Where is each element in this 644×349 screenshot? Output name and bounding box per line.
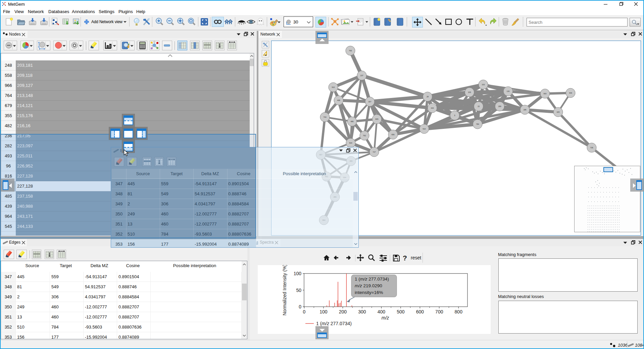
svg-text:805: 805 [375, 118, 378, 120]
svg-text:100: 100 [294, 271, 302, 276]
svg-text:?: ? [403, 254, 407, 262]
svg-text:15: 15 [478, 105, 480, 107]
svg-text:800: 800 [455, 309, 463, 314]
svg-text:m/z: m/z [382, 315, 389, 320]
svg-text:m/z 219.0290: m/z 219.0290 [355, 283, 382, 288]
svg-text:735: 735 [590, 147, 593, 149]
svg-text:333: 333 [431, 107, 434, 109]
svg-text:600: 600 [416, 309, 424, 314]
svg-text:0: 0 [299, 304, 301, 309]
svg-text:0: 0 [303, 309, 306, 314]
svg-text:50: 50 [296, 288, 301, 293]
svg-text:409: 409 [569, 92, 572, 94]
svg-text:700: 700 [435, 309, 443, 314]
svg-text:130: 130 [506, 90, 509, 92]
svg-text:185: 185 [523, 109, 526, 111]
svg-text:325: 325 [556, 111, 559, 113]
svg-text:743: 743 [323, 116, 326, 118]
svg-text:468: 468 [337, 99, 340, 101]
svg-text:400: 400 [378, 309, 386, 314]
svg-text:28: 28 [427, 96, 429, 98]
svg-text:910: 910 [332, 86, 335, 88]
svg-text:163: 163 [482, 84, 485, 86]
svg-text:Normalized Intensity (%): Normalized Intensity (%) [282, 265, 287, 315]
svg-text:510: 510 [423, 128, 426, 130]
svg-text:504: 504 [349, 142, 352, 144]
svg-text:289: 289 [498, 105, 501, 107]
svg-text:784: 784 [476, 123, 479, 125]
svg-text:1 (m/z 277.0734): 1 (m/z 277.0734) [355, 277, 389, 282]
svg-text:727: 727 [373, 151, 376, 153]
svg-text:656: 656 [391, 134, 394, 136]
svg-text:1 (m/z 277.0734): 1 (m/z 277.0734) [316, 321, 352, 326]
svg-text:486: 486 [350, 120, 353, 122]
svg-text:237: 237 [360, 74, 363, 77]
svg-text:5: 5 [454, 114, 455, 116]
svg-text:307: 307 [368, 101, 371, 103]
svg-text:500: 500 [397, 309, 405, 314]
svg-text:765: 765 [349, 50, 352, 52]
svg-text:100: 100 [319, 309, 328, 314]
svg-text:200: 200 [339, 309, 347, 314]
svg-text:900: 900 [543, 93, 546, 95]
svg-text:205: 205 [468, 91, 471, 93]
svg-text:intensity=16%: intensity=16% [355, 290, 383, 295]
svg-text:300: 300 [358, 309, 366, 314]
svg-text:762: 762 [363, 135, 366, 137]
